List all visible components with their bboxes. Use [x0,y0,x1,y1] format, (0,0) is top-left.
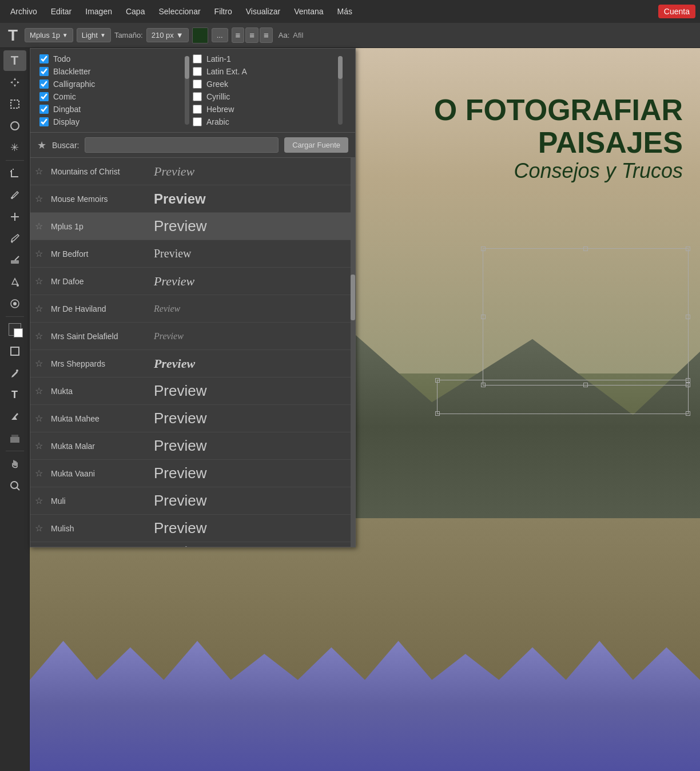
list-item[interactable]: ☆ Mukta Vaani Preview [30,460,355,487]
list-item[interactable]: ☆ Munson Preview [30,542,355,547]
hand-tool[interactable] [3,454,26,474]
text-tool[interactable]: T [3,50,26,71]
more-options-button[interactable]: ... [212,28,228,42]
color-foreground[interactable] [3,319,26,340]
antialiasing-value[interactable]: Afil [293,31,303,39]
zoom-tool[interactable] [3,475,26,496]
menu-cuenta[interactable]: Cuenta [658,5,695,18]
menu-archivo[interactable]: Archivo [5,5,43,18]
list-item[interactable]: ☆ Mouse Memoirs Preview [30,185,355,213]
rect-shape-tool[interactable] [3,341,26,361]
filter-hebrew[interactable]: Hebrew [193,105,335,114]
filter-todo-checkbox[interactable] [39,54,49,63]
filter-blackletter-checkbox[interactable] [39,67,49,76]
align-center-button[interactable]: ≡ [245,27,258,43]
menu-imagen[interactable]: Imagen [79,5,118,18]
handle-2-tr[interactable] [686,378,690,383]
menu-seleccionar[interactable]: Seleccionar [153,5,206,18]
brush-tool[interactable] [3,228,26,249]
filter-hebrew-checkbox[interactable] [193,105,202,114]
filter-comic[interactable]: Comic [39,92,181,101]
marquee-tool[interactable] [3,94,26,114]
search-input[interactable] [85,137,279,153]
eraser-tool[interactable] [3,250,26,271]
list-item[interactable]: ☆ Mplus 1p Preview [30,213,355,240]
healing-tool[interactable] [3,206,26,227]
load-font-button[interactable]: Cargar Fuente [284,137,348,153]
menu-capa[interactable]: Capa [120,5,150,18]
menu-ventana[interactable]: Ventana [288,5,329,18]
list-item[interactable]: ☆ Mountains of Christ Preview [30,158,355,185]
star-icon[interactable]: ☆ [35,331,46,341]
font-weight-dropdown[interactable]: Light ▼ [77,28,111,42]
list-item[interactable]: ☆ Mrs Saint Delafield Preview [30,323,355,350]
star-icon[interactable]: ☆ [35,440,46,451]
filter-cyrillic[interactable]: Cyrillic [193,92,335,101]
star-icon[interactable]: ☆ [35,248,46,259]
filter-cyrillic-checkbox[interactable] [193,92,202,101]
menu-visualizar[interactable]: Visualizar [240,5,286,18]
star-icon[interactable]: ☆ [35,386,46,396]
star-icon[interactable]: ☆ [35,193,46,204]
color-swatch[interactable] [192,27,208,43]
star-icon[interactable]: ☆ [35,523,46,534]
menu-mas[interactable]: Más [332,5,358,18]
filter-greek-checkbox[interactable] [193,80,202,89]
align-right-button[interactable]: ≡ [260,27,273,43]
filter-calligraphic-checkbox[interactable] [39,80,49,89]
filter-dingbat[interactable]: Dingbat [39,105,181,114]
list-item[interactable]: ☆ Muli Preview [30,487,355,515]
filter-display-checkbox[interactable] [39,117,49,126]
star-icon[interactable]: ☆ [35,166,46,177]
font-family-dropdown[interactable]: Mplus 1p ▼ [25,28,73,42]
filter-display[interactable]: Display [39,117,181,126]
list-item[interactable]: ☆ Mr Dafoe Preview [30,268,355,295]
svg-rect-13 [11,435,18,437]
svg-rect-10 [11,347,19,355]
pen-tool[interactable] [3,363,26,383]
filter-arabic-checkbox[interactable] [193,117,202,126]
star-icon[interactable]: ☆ [35,413,46,424]
eyedropper-tool[interactable] [3,185,26,205]
filter-greek[interactable]: Greek [193,80,335,89]
star-icon[interactable]: ☆ [35,358,46,369]
star-icon[interactable]: ☆ [35,495,46,506]
filter-latin1[interactable]: Latin-1 [193,54,335,63]
star-icon[interactable]: ☆ [35,303,46,314]
list-item[interactable]: ☆ Mrs Sheppards Preview [30,350,355,377]
filter-blackletter[interactable]: Blackletter [39,67,181,76]
filter-todo[interactable]: Todo [39,54,181,63]
handle-2-tl[interactable] [435,378,440,383]
dodge-tool[interactable] [3,293,26,314]
filter-latin-ext-a[interactable]: Latin Ext. A [193,67,335,76]
type-tool[interactable]: T [3,384,26,405]
crop-tool[interactable] [3,163,26,184]
filter-arabic[interactable]: Arabic [193,117,335,126]
star-icon[interactable]: ☆ [35,276,46,287]
move-tool[interactable] [3,72,26,93]
handle-2-br[interactable] [686,411,690,416]
menu-editar[interactable]: Editar [45,5,78,18]
filter-comic-checkbox[interactable] [39,92,49,101]
filter-latin-ext-a-checkbox[interactable] [193,67,202,76]
star-icon[interactable]: ☆ [35,468,46,479]
font-size-field[interactable]: 210 px ▼ [146,28,189,42]
handle-2-bl[interactable] [435,411,440,416]
star-icon[interactable]: ☆ [35,221,46,232]
fill-tool[interactable] [3,272,26,292]
path-selection-tool[interactable] [3,406,26,427]
list-item[interactable]: ☆ Mr De Haviland Review [30,295,355,323]
list-item[interactable]: ☆ Mukta Preview [30,377,355,405]
align-left-button[interactable]: ≡ [232,27,245,43]
lasso-tool[interactable] [3,116,26,136]
list-item[interactable]: ☆ Mukta Mahee Preview [30,405,355,432]
magic-wand-tool[interactable]: ✳ [3,137,26,158]
list-item[interactable]: ☆ Mr Bedfort Preview [30,240,355,268]
shape-tool[interactable] [3,428,26,448]
filter-dingbat-checkbox[interactable] [39,105,49,114]
list-item[interactable]: ☆ Mulish Preview [30,515,355,542]
menu-filtro[interactable]: Filtro [209,5,238,18]
list-item[interactable]: ☆ Mukta Malar Preview [30,432,355,460]
filter-latin1-checkbox[interactable] [193,54,202,63]
filter-calligraphic[interactable]: Calligraphic [39,80,181,89]
